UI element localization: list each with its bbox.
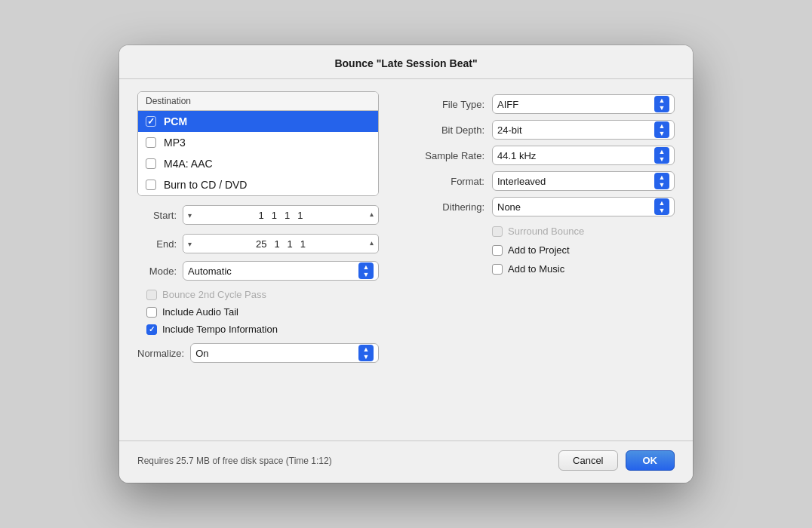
sample-rate-stepper-up-icon: ▲ <box>659 149 666 155</box>
normalize-stepper-down-icon: ▼ <box>363 354 370 361</box>
destination-label-mp3: MP3 <box>164 137 186 149</box>
destination-checkbox-mp3 <box>146 137 156 148</box>
bit-depth-select[interactable]: 24-bit ▲ ▼ <box>492 120 675 140</box>
bit-depth-stepper-down-icon: ▼ <box>659 130 666 137</box>
normalize-label: Normalize: <box>137 348 184 359</box>
add-to-project-checkbox[interactable] <box>492 245 503 256</box>
include-audio-row[interactable]: Include Audio Tail <box>146 305 379 318</box>
destination-row-cd[interactable]: Burn to CD / DVD <box>138 174 378 195</box>
format-stepper-down-icon: ▼ <box>659 182 666 189</box>
bit-depth-value: 24-bit <box>497 124 522 136</box>
file-type-value: AIFF <box>497 99 518 110</box>
start-chevron-up-icon[interactable]: ▾ <box>370 211 374 219</box>
bit-depth-stepper[interactable]: ▲ ▼ <box>654 121 669 138</box>
bit-depth-label: Bit Depth: <box>409 124 484 136</box>
include-audio-checkbox[interactable] <box>146 307 157 318</box>
format-stepper-up-icon: ▲ <box>659 174 666 181</box>
start-row: Start: ▾ 1 1 1 1 ▾ <box>137 205 379 225</box>
format-stepper[interactable]: ▲ ▼ <box>654 173 669 189</box>
bounce-2nd-row[interactable]: Bounce 2nd Cycle Pass <box>146 288 379 301</box>
right-panel: File Type: AIFF ▲ ▼ Bit Depth: 24-bit ▲ … <box>409 91 675 428</box>
bit-depth-row: Bit Depth: 24-bit ▲ ▼ <box>409 120 675 140</box>
ok-button[interactable]: OK <box>626 450 675 471</box>
mode-label: Mode: <box>137 266 177 277</box>
destination-checkbox-m4a <box>146 158 156 169</box>
destination-label-cd: Burn to CD / DVD <box>164 179 247 191</box>
destination-row-pcm[interactable]: ✓ PCM <box>138 111 378 132</box>
mode-stepper-down-icon: ▼ <box>363 272 370 278</box>
destination-row-m4a[interactable]: M4A: AAC <box>138 153 378 174</box>
format-value: Interleaved <box>497 176 546 187</box>
mode-stepper-up-icon: ▲ <box>363 264 370 271</box>
destination-label-m4a: M4A: AAC <box>164 158 213 170</box>
start-field[interactable]: ▾ 1 1 1 1 ▾ <box>183 205 379 225</box>
file-type-label: File Type: <box>409 99 484 110</box>
destination-label-pcm: PCM <box>164 115 187 127</box>
start-values: 1 1 1 1 <box>196 210 365 221</box>
file-type-stepper[interactable]: ▲ ▼ <box>654 96 669 112</box>
start-label: Start: <box>137 210 177 221</box>
file-type-stepper-up-icon: ▲ <box>659 97 666 104</box>
destination-checkbox-cd <box>146 180 156 190</box>
sample-rate-select[interactable]: 44.1 kHz ▲ ▼ <box>492 146 675 165</box>
normalize-stepper-up-icon: ▲ <box>363 346 370 353</box>
destination-table: Destination ✓ PCM MP3 M4A: AAC <box>137 91 379 196</box>
dialog-footer: Requires 25.7 MB of free disk space (Tim… <box>119 441 693 483</box>
normalize-value: On <box>195 348 208 359</box>
dithering-stepper-down-icon: ▼ <box>659 207 666 214</box>
include-tempo-row[interactable]: Include Tempo Information <box>146 323 379 336</box>
file-type-select[interactable]: AIFF ▲ ▼ <box>492 94 675 114</box>
end-chevron-down-icon[interactable]: ▾ <box>188 240 192 248</box>
sample-rate-stepper-down-icon: ▼ <box>659 156 666 163</box>
footer-info: Requires 25.7 MB of free disk space (Tim… <box>137 456 332 466</box>
end-chevron-up-icon[interactable]: ▾ <box>370 240 374 248</box>
dithering-select[interactable]: None ▲ ▼ <box>492 197 675 216</box>
normalize-stepper[interactable]: ▲ ▼ <box>358 345 374 361</box>
include-audio-label: Include Audio Tail <box>162 306 238 318</box>
start-chevron-down-icon[interactable]: ▾ <box>188 211 192 219</box>
end-label: End: <box>137 238 177 250</box>
format-row: Format: Interleaved ▲ ▼ <box>409 171 675 191</box>
end-values: 25 1 1 1 <box>196 238 365 250</box>
format-label: Format: <box>409 176 484 187</box>
add-to-music-checkbox[interactable] <box>492 264 503 275</box>
surround-label: Surround Bounce <box>508 226 584 237</box>
normalize-select[interactable]: On ▲ ▼ <box>190 343 379 363</box>
surround-row: Surround Bounce <box>409 226 675 237</box>
end-row: End: ▾ 25 1 1 1 ▾ <box>137 234 379 253</box>
file-type-stepper-down-icon: ▼ <box>659 105 666 112</box>
bit-depth-stepper-up-icon: ▲ <box>659 123 666 130</box>
mode-value: Automatic <box>188 266 232 277</box>
bounce-dialog: Bounce "Late Session Beat" Destination ✓… <box>119 45 693 483</box>
destination-header: Destination <box>138 92 378 111</box>
sample-rate-value: 44.1 kHz <box>497 150 536 161</box>
add-to-project-row[interactable]: Add to Project <box>409 244 675 256</box>
bounce-2nd-label: Bounce 2nd Cycle Pass <box>162 289 266 300</box>
bounce-2nd-checkbox[interactable] <box>146 290 157 300</box>
surround-checkbox[interactable] <box>492 226 503 237</box>
add-to-music-row[interactable]: Add to Music <box>409 263 675 275</box>
file-type-row: File Type: AIFF ▲ ▼ <box>409 94 675 114</box>
mode-row: Mode: Automatic ▲ ▼ <box>137 261 379 281</box>
dithering-label: Dithering: <box>409 201 484 213</box>
normalize-row: Normalize: On ▲ ▼ <box>137 343 379 363</box>
sample-rate-stepper[interactable]: ▲ ▼ <box>654 147 669 164</box>
include-tempo-checkbox[interactable] <box>146 324 157 335</box>
dithering-stepper-up-icon: ▲ <box>659 200 666 207</box>
destination-checkbox-pcm: ✓ <box>146 116 156 127</box>
add-to-music-label: Add to Music <box>508 263 564 275</box>
footer-buttons: Cancel OK <box>558 450 675 471</box>
cancel-button[interactable]: Cancel <box>558 450 617 471</box>
dithering-row: Dithering: None ▲ ▼ <box>409 197 675 216</box>
mode-stepper[interactable]: ▲ ▼ <box>358 262 374 279</box>
mode-select[interactable]: Automatic ▲ ▼ <box>183 261 379 281</box>
include-tempo-label: Include Tempo Information <box>162 324 278 335</box>
end-field[interactable]: ▾ 25 1 1 1 ▾ <box>183 234 379 253</box>
dithering-stepper[interactable]: ▲ ▼ <box>654 198 669 215</box>
dialog-title: Bounce "Late Session Beat" <box>119 45 693 79</box>
left-panel: Destination ✓ PCM MP3 M4A: AAC <box>137 91 379 428</box>
sample-rate-label: Sample Rate: <box>409 150 484 161</box>
options-group: Bounce 2nd Cycle Pass Include Audio Tail… <box>137 288 379 336</box>
format-select[interactable]: Interleaved ▲ ▼ <box>492 171 675 191</box>
destination-row-mp3[interactable]: MP3 <box>138 132 378 153</box>
